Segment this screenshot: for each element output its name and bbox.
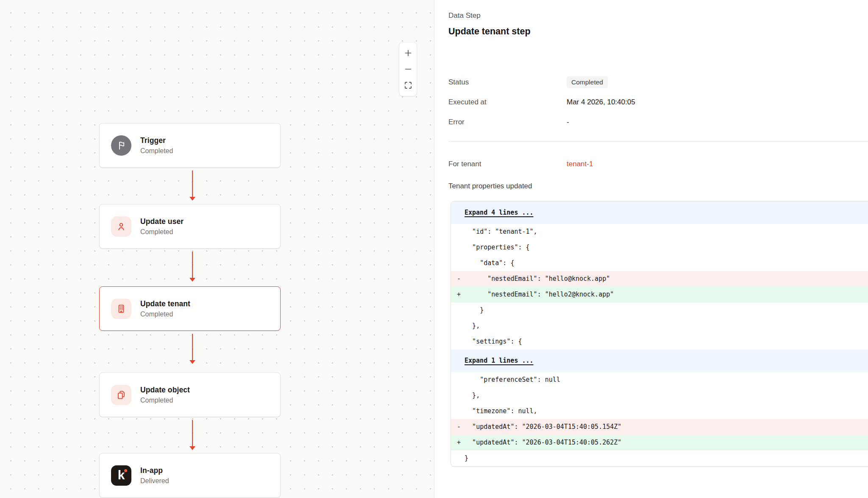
canvas-zoom-controls [399, 42, 417, 96]
field-label: Executed at [448, 98, 567, 106]
diff-context-line: }, [451, 318, 868, 334]
plus-icon [404, 49, 412, 57]
panel-divider [448, 141, 868, 142]
diff-context-line: "settings": { [451, 334, 868, 350]
step-fields: StatusCompletedExecuted atMar 4 2026, 10… [448, 72, 868, 132]
edge-arrow [189, 420, 195, 450]
diff-context-line: "properties": { [451, 240, 868, 255]
node-title: In-app [140, 466, 169, 475]
node-title: Update user [140, 217, 184, 226]
flag-icon [111, 135, 131, 156]
field-label: Status [448, 78, 567, 87]
diff-added-line: + "nestedEmail": "hello2@knock.app" [451, 287, 868, 302]
diff-added-line: + "updatedAt": "2026-03-04T15:40:05.262Z… [451, 435, 868, 450]
diff-context-line: } [451, 302, 868, 318]
field-value: - [567, 118, 569, 126]
step-type-label: Data Step [448, 11, 481, 20]
edge-arrow [189, 171, 195, 201]
edge-arrow [189, 334, 195, 364]
node-status: Completed [140, 311, 190, 318]
diff-context-line: "data": { [451, 255, 868, 271]
diff-context-line: "preferenceSet": null [451, 372, 868, 388]
for-tenant-row: For tenant tenant-1 [448, 158, 868, 171]
diff-context-line: "timezone": null, [451, 403, 868, 419]
node-title: Update object [140, 386, 190, 394]
node-card-update-tenant[interactable]: Update tenantCompleted [99, 286, 281, 331]
field-label: Error [448, 118, 567, 126]
tenant-properties-heading: Tenant properties updated [448, 182, 532, 190]
node-status: Delivered [140, 477, 169, 485]
node-status: Completed [140, 228, 184, 236]
edge-arrow [189, 252, 195, 282]
node-status: Completed [140, 147, 173, 155]
diff-context-line: "id": "tenant-1", [451, 224, 868, 240]
field-row-executed-at: Executed atMar 4 2026, 10:40:05 [448, 92, 868, 112]
building-icon [111, 299, 131, 319]
workflow-canvas[interactable]: TriggerCompletedUpdate userCompletedUpda… [0, 0, 434, 498]
field-row-error: Error- [448, 112, 868, 132]
knock-icon: k [111, 465, 131, 486]
diff-removed-line: - "updatedAt": "2026-03-04T15:40:05.154Z… [451, 419, 868, 435]
step-title: Update tenant step [448, 26, 531, 37]
diff-context-line: }, [451, 388, 868, 403]
tenant-link[interactable]: tenant-1 [567, 160, 593, 168]
documents-icon [111, 385, 131, 405]
fit-view-icon [404, 81, 412, 90]
diff-expand-link[interactable]: Expand 4 lines ... [451, 201, 868, 224]
step-details-panel: Data Step Update tenant step StatusCompl… [434, 0, 868, 498]
field-value: Mar 4 2026, 10:40:05 [567, 98, 635, 106]
node-card-trigger[interactable]: TriggerCompleted [99, 123, 281, 168]
minus-icon [404, 65, 412, 73]
node-card-in-app[interactable]: kIn-appDelivered [99, 453, 281, 498]
node-title: Update tenant [140, 299, 190, 308]
tenant-properties-diff: Expand 4 lines ... "id": "tenant-1", "pr… [451, 201, 868, 467]
diff-removed-line: - "nestedEmail": "hello@knock.app" [451, 271, 868, 287]
field-row-status: StatusCompleted [448, 72, 868, 92]
node-card-update-object[interactable]: Update objectCompleted [99, 372, 281, 417]
node-status: Completed [140, 397, 190, 404]
diff-context-line: } [451, 450, 868, 466]
zoom-in-button[interactable] [399, 45, 417, 61]
diff-expand-link[interactable]: Expand 1 lines ... [451, 350, 868, 372]
for-tenant-label: For tenant [448, 160, 567, 168]
user-icon [111, 216, 131, 237]
zoom-out-button[interactable] [399, 61, 417, 77]
fit-view-button[interactable] [399, 77, 417, 93]
node-title: Trigger [140, 136, 173, 145]
status-badge: Completed [567, 76, 608, 88]
node-card-update-user[interactable]: Update userCompleted [99, 204, 281, 249]
